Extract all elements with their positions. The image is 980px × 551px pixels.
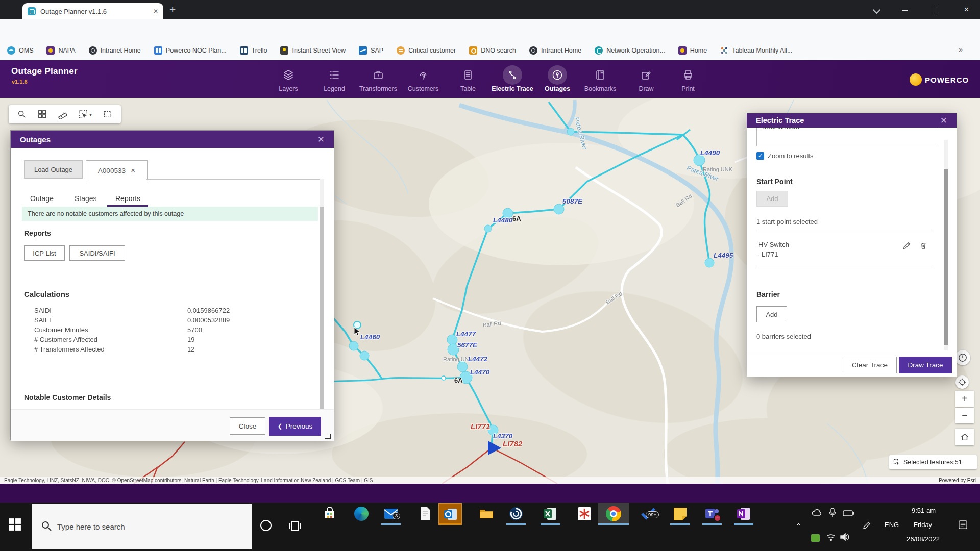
start-button[interactable] bbox=[8, 518, 21, 531]
clear-trace-button[interactable]: Clear Trace bbox=[843, 357, 897, 373]
start-point-add-button[interactable]: Add bbox=[756, 191, 788, 207]
tray-expand-icon[interactable]: ⌃ bbox=[795, 522, 802, 531]
bookmark-oms[interactable]: OMS bbox=[7, 46, 33, 55]
select-tool-button[interactable]: ▾ bbox=[79, 110, 92, 119]
battery-icon[interactable] bbox=[843, 509, 854, 518]
previous-button[interactable]: ❮ Previous bbox=[269, 417, 321, 436]
bookmark-critical-customer[interactable]: Critical customer bbox=[397, 46, 456, 55]
mail-icon[interactable]: 3 bbox=[382, 505, 400, 522]
nav-legend[interactable]: Legend bbox=[310, 65, 359, 96]
nav-print[interactable]: Print bbox=[664, 65, 713, 96]
bookmark-intranet-home-2[interactable]: Intranet Home bbox=[529, 46, 581, 55]
basemap-grid-icon[interactable] bbox=[38, 110, 47, 119]
pen-icon[interactable] bbox=[863, 521, 871, 532]
nav-layers[interactable]: Layers bbox=[264, 65, 313, 96]
caret-down-icon[interactable]: ▾ bbox=[89, 112, 92, 117]
clock-date[interactable]: 26/08/2022 bbox=[906, 535, 940, 543]
chrome-active-tile[interactable] bbox=[598, 503, 629, 524]
cortana-button[interactable] bbox=[260, 519, 272, 532]
outage-tab-close-icon[interactable]: ✕ bbox=[131, 167, 135, 174]
volume-icon[interactable] bbox=[840, 533, 850, 543]
nav-outages[interactable]: Outages bbox=[533, 65, 582, 96]
dialog-scrollbar-thumb[interactable] bbox=[320, 207, 324, 409]
tab-stages[interactable]: Stages bbox=[75, 194, 97, 203]
map-search-icon[interactable] bbox=[17, 110, 27, 119]
zoom-to-results-checkbox[interactable]: ✓ bbox=[756, 152, 764, 160]
saidi-saifi-button[interactable]: SAIDI/SAIFI bbox=[69, 245, 125, 261]
nav-table[interactable]: Table bbox=[444, 65, 493, 96]
rectangle-select-icon[interactable] bbox=[103, 110, 112, 119]
bookmark-intranet-home[interactable]: Intranet Home bbox=[89, 46, 141, 55]
bookmarks-overflow-icon[interactable]: » bbox=[959, 45, 963, 54]
notepad-icon[interactable] bbox=[416, 505, 434, 522]
bookmark-network-operations[interactable]: Network Operation... bbox=[595, 46, 665, 55]
close-window-button[interactable]: ✕ bbox=[964, 6, 969, 13]
electric-trace-close-icon[interactable]: ✕ bbox=[940, 115, 947, 126]
time-slider-button[interactable] bbox=[955, 350, 970, 365]
taskbar-search[interactable]: Type here to search bbox=[32, 504, 252, 549]
nav-bookmarks[interactable]: Bookmarks bbox=[576, 65, 625, 96]
outages-close-icon[interactable]: ✕ bbox=[317, 134, 325, 145]
excel-icon[interactable] bbox=[542, 505, 559, 522]
bookmark-street-view[interactable]: Instant Street View bbox=[280, 46, 346, 55]
bookmark-tableau[interactable]: Tableau Monthly All... bbox=[720, 46, 792, 55]
load-outage-button[interactable]: Load Outage bbox=[24, 160, 83, 179]
resize-handle-icon[interactable] bbox=[325, 434, 331, 439]
teams-icon[interactable]: − bbox=[703, 505, 721, 522]
new-tab-button[interactable]: + bbox=[169, 4, 176, 15]
edit-pencil-icon[interactable] bbox=[902, 241, 911, 252]
tab-outage[interactable]: Outage bbox=[30, 194, 54, 203]
microphone-icon[interactable] bbox=[829, 508, 836, 519]
sticky-notes-icon[interactable] bbox=[671, 505, 689, 522]
onedrive-icon[interactable] bbox=[811, 509, 822, 519]
home-extent-button[interactable] bbox=[955, 429, 974, 445]
panel-scrollbar-thumb[interactable] bbox=[944, 169, 948, 345]
bookmark-home[interactable]: Home bbox=[678, 46, 707, 55]
tab-close-icon[interactable]: ✕ bbox=[153, 8, 158, 15]
file-explorer-icon[interactable] bbox=[478, 505, 495, 522]
electric-trace-header[interactable]: Electric Trace ✕ bbox=[747, 113, 957, 128]
language-indicator[interactable]: ENG bbox=[885, 521, 899, 529]
bookmark-sap[interactable]: SAP bbox=[359, 46, 383, 55]
tab-reports[interactable]: Reports bbox=[115, 194, 140, 203]
bookmark-trello[interactable]: Trello bbox=[240, 46, 267, 55]
map-label: L4370 bbox=[493, 432, 512, 440]
zoom-out-button[interactable]: − bbox=[955, 408, 974, 423]
tab-search-chevron-icon[interactable] bbox=[873, 6, 881, 14]
zoom-in-button[interactable]: + bbox=[955, 391, 974, 407]
locate-button[interactable] bbox=[955, 375, 969, 389]
browser-tab[interactable]: Outage Planner v1.1.6 ✕ bbox=[22, 3, 163, 19]
close-button[interactable]: Close bbox=[230, 417, 265, 435]
outages-dialog-header[interactable]: Outages ✕ bbox=[11, 131, 334, 148]
onenote-icon[interactable] bbox=[735, 505, 752, 522]
minimize-button[interactable] bbox=[902, 10, 908, 11]
trace-type-select[interactable]: Downstream bbox=[756, 128, 939, 146]
clock-day[interactable]: Friday bbox=[914, 521, 932, 529]
measure-icon[interactable] bbox=[58, 110, 67, 119]
map-label: L4470 bbox=[470, 368, 489, 376]
bookmark-napa[interactable]: NAPA bbox=[46, 46, 75, 55]
outlook-active-tile[interactable] bbox=[438, 503, 462, 524]
bookmark-powerco-noc[interactable]: Powerco NOC Plan... bbox=[154, 46, 227, 55]
edge-icon[interactable] bbox=[353, 505, 370, 522]
oms-app-icon[interactable] bbox=[507, 505, 525, 522]
icp-list-button[interactable]: ICP List bbox=[24, 245, 65, 261]
bookmark-dno-search[interactable]: DNO search bbox=[469, 46, 516, 55]
task-view-button[interactable] bbox=[289, 520, 301, 532]
outage-tab-a000533[interactable]: A000533 ✕ bbox=[86, 160, 148, 180]
wifi-icon[interactable] bbox=[826, 533, 836, 543]
notification-center-icon[interactable] bbox=[958, 520, 968, 532]
clock-time[interactable]: 9:51 am bbox=[912, 507, 936, 514]
nav-transformers[interactable]: Transformers bbox=[354, 65, 403, 96]
maximize-button[interactable] bbox=[933, 7, 939, 13]
nav-customers[interactable]: Customers bbox=[399, 65, 448, 96]
asterisk-app-icon[interactable] bbox=[576, 505, 593, 522]
windows-taskbar: Type here to search 3 bbox=[0, 503, 980, 551]
delete-trash-icon[interactable] bbox=[919, 241, 927, 252]
barrier-add-button[interactable]: Add bbox=[756, 306, 787, 322]
draw-trace-button[interactable]: Draw Trace bbox=[899, 357, 952, 373]
chat-check-app-icon[interactable]: 99+ bbox=[640, 505, 657, 522]
store-icon[interactable] bbox=[321, 505, 338, 522]
nav-electric-trace[interactable]: Electric Trace bbox=[488, 65, 537, 96]
screen-share-icon[interactable] bbox=[811, 534, 820, 542]
